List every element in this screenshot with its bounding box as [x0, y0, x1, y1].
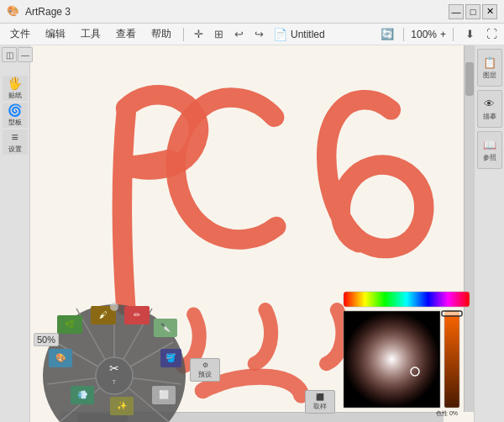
title-bar: 🎨 ArtRage 3 — □ ✕ — [0, 0, 504, 24]
template-label: 型板 — [8, 118, 22, 127]
template-tool[interactable]: 🌀 型板 — [3, 103, 28, 128]
doc-title-area: 📄 Untitled — [273, 28, 325, 41]
main-area: ◫ — 🖐 贴纸 🌀 型板 ≡ 设置 — [0, 45, 504, 422]
doc-icon: 📄 — [273, 28, 287, 41]
zoom-value: 100% — [411, 29, 437, 40]
sticker-icon: 🖐 — [8, 76, 22, 90]
svg-text:✏: ✏ — [134, 310, 141, 319]
toolbar-move[interactable]: ✛ — [189, 25, 207, 44]
toolbar-redo[interactable]: ↪ — [249, 25, 268, 44]
minimize-button[interactable]: — — [449, 4, 464, 19]
svg-rect-39 — [444, 311, 459, 408]
title-bar-left: 🎨 ArtRage 3 — [7, 5, 71, 18]
doc-name: Untitled — [291, 29, 325, 40]
export-btn[interactable]: ⬇ — [460, 25, 479, 44]
title-bar-controls: — □ ✕ — [449, 4, 497, 19]
reference-icon: 📖 — [483, 139, 496, 151]
reference-label: 参照 — [483, 153, 496, 162]
sampler-icon-box[interactable]: ⬛ 取样 — [305, 390, 335, 414]
layers-icon: 📋 — [483, 56, 496, 69]
svg-text:T: T — [113, 379, 117, 385]
zoom-display: 100% + — [411, 29, 446, 40]
fullscreen-btn[interactable]: ⛶ — [482, 25, 501, 44]
menu-right: 🔄 100% + ⬇ ⛶ — [378, 25, 501, 44]
rotate-tool[interactable]: 🔄 — [378, 25, 396, 44]
svg-rect-36 — [344, 311, 440, 408]
svg-point-32 — [110, 303, 118, 311]
svg-text:🌿: 🌿 — [65, 319, 76, 330]
preset-icon: ⚙ — [202, 361, 208, 369]
left-toolbar: ◫ — 🖐 贴纸 🌀 型板 ≡ 设置 — [0, 45, 30, 422]
menu-bar: 文件 编辑 工具 查看 帮助 ✛ ⊞ ↩ ↪ 📄 Untitled 🔄 100%… — [0, 24, 504, 45]
svg-text:⬜: ⬜ — [159, 389, 170, 400]
app-icon: 🎨 — [7, 5, 20, 18]
sampler-icon: ⬛ — [316, 393, 324, 401]
preset-button[interactable]: ⚙ 预设 — [190, 358, 220, 382]
mini-btn-2[interactable]: — — [18, 47, 33, 62]
layers-tool[interactable]: 📋 图层 — [477, 49, 502, 87]
menu-view[interactable]: 查看 — [109, 25, 143, 43]
preset-icon-box[interactable]: ⚙ 预设 — [190, 358, 220, 382]
svg-text:色性 0%: 色性 0% — [436, 410, 458, 416]
close-button[interactable]: ✕ — [482, 4, 497, 19]
svg-rect-41 — [443, 312, 461, 315]
menu-separator-3 — [453, 28, 454, 41]
mini-btn-1[interactable]: ◫ — [2, 47, 17, 62]
menu-separator-1 — [183, 28, 184, 41]
sampler-button[interactable]: ⬛ 取样 — [305, 390, 335, 414]
right-toolbar: 📋 图层 👁 描摹 📖 参照 — [474, 45, 504, 422]
vertical-scroll-thumb[interactable] — [465, 62, 474, 96]
tracing-tool[interactable]: 👁 描摹 — [477, 90, 502, 128]
zoom-label: 50% — [34, 333, 59, 346]
svg-text:🔪: 🔪 — [160, 322, 171, 333]
menu-separator-2 — [403, 28, 404, 41]
svg-text:💨: 💨 — [77, 389, 88, 400]
zoom-plus[interactable]: + — [440, 29, 446, 40]
menu-edit[interactable]: 编辑 — [39, 25, 72, 43]
svg-text:🎨: 🎨 — [55, 352, 66, 363]
app-title: ArtRage 3 — [25, 6, 71, 18]
sticker-tool[interactable]: 🖐 贴纸 — [3, 76, 28, 101]
color-picker[interactable]: 色性 0% — [339, 287, 474, 422]
color-wheel-svg[interactable]: 色性 0% — [339, 287, 474, 422]
layers-label: 图层 — [483, 71, 496, 80]
canvas-area[interactable]: 50% — [30, 45, 474, 422]
svg-text:✂: ✂ — [109, 361, 119, 375]
menu-help[interactable]: 帮助 — [144, 25, 178, 43]
tracing-icon: 👁 — [484, 98, 495, 110]
maximize-button[interactable]: □ — [465, 4, 480, 19]
menu-tools[interactable]: 工具 — [74, 25, 108, 43]
preset-label: 预设 — [198, 370, 212, 379]
template-icon: 🌀 — [8, 103, 22, 117]
menu-file[interactable]: 文件 — [3, 25, 37, 43]
settings-label: 设置 — [8, 145, 22, 154]
svg-rect-33 — [344, 292, 470, 307]
toolbar-undo[interactable]: ↩ — [229, 25, 248, 44]
sampler-label: 取样 — [313, 402, 327, 411]
settings-icon: ≡ — [11, 130, 18, 144]
reference-tool[interactable]: 📖 参照 — [477, 131, 502, 169]
tracing-label: 描摹 — [483, 112, 496, 121]
sticker-label: 贴纸 — [8, 91, 22, 100]
svg-text:🖌: 🖌 — [99, 310, 108, 319]
mini-bar: ◫ — — [0, 45, 34, 64]
settings-tool[interactable]: ≡ 设置 — [3, 129, 28, 155]
svg-text:✨: ✨ — [117, 400, 128, 411]
svg-text:🪣: 🪣 — [165, 352, 176, 363]
toolbar-grid[interactable]: ⊞ — [209, 25, 228, 44]
